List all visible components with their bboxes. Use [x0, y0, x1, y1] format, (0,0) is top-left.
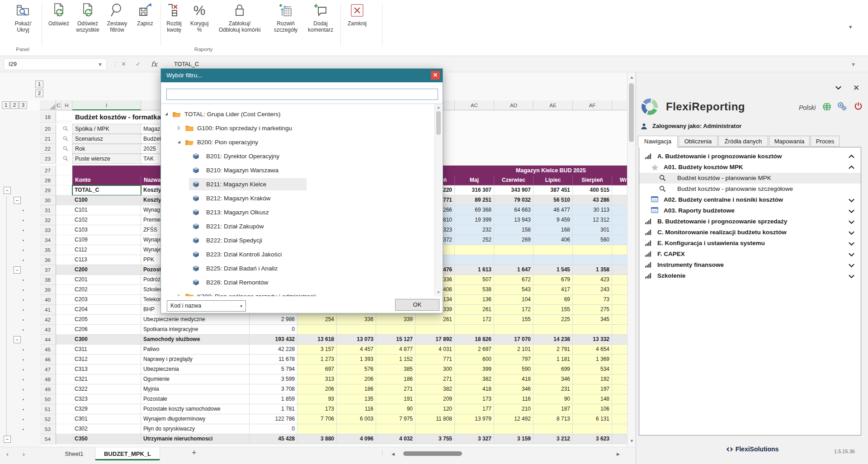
- row-number[interactable]: 22: [40, 144, 56, 154]
- cell-month[interactable]: [533, 245, 573, 255]
- cell-nazwa[interactable]: Ubezpieczenie medyczne: [141, 315, 250, 325]
- cell-month[interactable]: [612, 424, 627, 434]
- row-number[interactable]: 23: [40, 154, 56, 164]
- cell-month[interactable]: 12 312: [573, 215, 612, 225]
- outline-collapse-button[interactable]: −: [4, 187, 11, 194]
- ok-button[interactable]: OK: [395, 299, 439, 311]
- column-header[interactable]: AC: [455, 100, 494, 110]
- cell-month[interactable]: [376, 424, 415, 434]
- cell-month[interactable]: 4 031: [415, 345, 455, 355]
- cell-month[interactable]: [494, 424, 533, 434]
- ribbon-collapse-icon[interactable]: ▾: [849, 24, 852, 30]
- scroll-up-icon[interactable]: ▲: [630, 75, 634, 80]
- cell-month[interactable]: 382: [415, 384, 455, 394]
- cell-month[interactable]: [612, 235, 627, 245]
- cell-month[interactable]: 1 358: [573, 265, 612, 275]
- nav-item[interactable]: Budżet kosztów - planowanie szczegółowe: [639, 184, 861, 194]
- cell-month[interactable]: [573, 325, 612, 335]
- row-number[interactable]: 45: [40, 345, 56, 355]
- cell-month[interactable]: 316 307: [455, 185, 494, 195]
- cell-month[interactable]: 191: [376, 394, 415, 404]
- row-number[interactable]: 42: [40, 315, 56, 325]
- row-number[interactable]: 29: [40, 185, 56, 195]
- row-number[interactable]: 50: [40, 394, 56, 404]
- cell-month[interactable]: 46 477: [533, 205, 573, 215]
- cell-total[interactable]: 5 794: [250, 365, 297, 374]
- cell-month[interactable]: 269: [494, 235, 533, 245]
- cell-month[interactable]: 17 892: [415, 335, 455, 345]
- row-number[interactable]: 31: [40, 205, 56, 215]
- row-number[interactable]: 33: [40, 225, 56, 235]
- cell-month[interactable]: [612, 225, 627, 235]
- chevron-down-icon[interactable]: [848, 273, 855, 279]
- cell-month[interactable]: 336: [337, 315, 376, 325]
- nav-item[interactable]: A03. Raporty budżetowe: [639, 205, 861, 216]
- cell-month[interactable]: 7 706: [297, 414, 337, 424]
- tree-item[interactable]: B225: Dział Badań i Analiz: [161, 261, 443, 275]
- hscroll-left-icon[interactable]: ◀: [392, 452, 395, 456]
- cell-month[interactable]: [612, 335, 627, 345]
- cell-month[interactable]: [612, 205, 627, 215]
- cell-konto[interactable]: C112: [72, 245, 141, 255]
- cell-month[interactable]: [612, 245, 627, 255]
- row-number[interactable]: 30: [40, 195, 56, 205]
- horizontal-scroll-thumb[interactable]: [403, 451, 462, 456]
- cell-month[interactable]: 11 808: [415, 414, 455, 424]
- enter-icon[interactable]: ✓: [136, 58, 141, 70]
- tree-item[interactable]: B201: Dyrektor Operacyjny: [161, 149, 443, 163]
- cell-month[interactable]: [612, 394, 627, 404]
- cell-month[interactable]: [455, 255, 494, 265]
- cell-total[interactable]: 122 786: [250, 414, 297, 424]
- tree-item[interactable]: B223: Dział Kontroli Jakości: [161, 247, 443, 261]
- cell-month[interactable]: 172: [455, 315, 494, 325]
- cell-month[interactable]: [573, 424, 612, 434]
- cell-month[interactable]: 173: [297, 404, 337, 414]
- cell-konto[interactable]: C200: [72, 265, 141, 275]
- cell-month[interactable]: 4 032: [376, 434, 415, 444]
- row-number[interactable]: 38: [40, 275, 56, 285]
- ribbon-button-adjust-percent[interactable]: %Koryguj%: [187, 3, 212, 33]
- cell-month[interactable]: 590: [494, 365, 533, 374]
- cell-konto[interactable]: C350: [72, 434, 141, 444]
- cell-konto[interactable]: C323: [72, 394, 141, 404]
- cell-month[interactable]: [612, 215, 627, 225]
- cell-month[interactable]: 345: [573, 315, 612, 325]
- cell-month[interactable]: 209: [415, 394, 455, 404]
- cell-month[interactable]: [573, 245, 612, 255]
- row-number[interactable]: 53: [40, 424, 56, 434]
- cell-month[interactable]: 231: [533, 384, 573, 394]
- chevron-down-icon[interactable]: [848, 240, 855, 247]
- tree-item[interactable]: B221: Dział Zakupów: [161, 219, 443, 233]
- cell-nazwa[interactable]: Samochody służbowe: [141, 335, 250, 345]
- cell-month[interactable]: 399: [455, 365, 494, 374]
- cell-month[interactable]: 13 943: [494, 215, 533, 225]
- cell-nazwa[interactable]: Naprawy i przeglądy: [141, 355, 250, 365]
- panel-collapse-icon[interactable]: [835, 84, 842, 91]
- cell-month[interactable]: 6 131: [573, 414, 612, 424]
- tree-item[interactable]: B212: Magazyn Kraków: [161, 191, 443, 205]
- cell-month[interactable]: 418: [494, 374, 533, 384]
- cell-month[interactable]: 339: [376, 315, 415, 325]
- row-number[interactable]: 52: [40, 414, 56, 424]
- cell-month[interactable]: 69: [533, 295, 573, 305]
- expander-open-icon[interactable]: [164, 112, 169, 116]
- cell-month[interactable]: [337, 325, 376, 335]
- cell-konto[interactable]: C102: [72, 215, 141, 225]
- tab-obliczenia[interactable]: Obliczenia: [679, 136, 717, 147]
- cell-total[interactable]: 42 228: [250, 345, 297, 355]
- cell-month[interactable]: 64 663: [494, 205, 533, 215]
- ribbon-button-close-report[interactable]: Zamknij: [342, 3, 372, 33]
- row-number[interactable]: 51: [40, 404, 56, 414]
- sheet-next-icon[interactable]: ›: [23, 450, 25, 458]
- cell-month[interactable]: 271: [376, 384, 415, 394]
- cell-month[interactable]: 382: [455, 374, 494, 384]
- outline-collapse-button[interactable]: −: [14, 197, 21, 204]
- cell-month[interactable]: [612, 325, 627, 335]
- cancel-icon[interactable]: ✕: [121, 58, 126, 70]
- tab--r-d-a-danych[interactable]: Źródła danych: [718, 136, 768, 147]
- ribbon-button-lock-unlock-cells[interactable]: Zablokuj/Odblokuj komórki: [210, 3, 269, 33]
- cell-month[interactable]: 19 399: [455, 215, 494, 225]
- cell-month[interactable]: [612, 355, 627, 365]
- settings-gears-icon[interactable]: [837, 101, 847, 111]
- column-header[interactable]: AG: [612, 100, 627, 110]
